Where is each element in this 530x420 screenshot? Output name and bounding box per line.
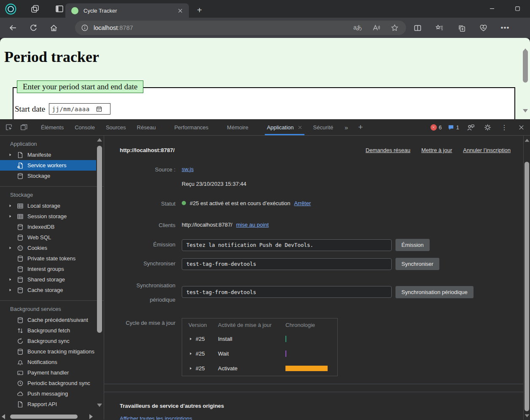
tab-elements[interactable]: Éléments <box>35 119 69 135</box>
main-panel-scrollbar[interactable] <box>523 136 530 420</box>
source-file-link[interactable]: sw.js <box>182 166 194 172</box>
sidebar-scrollbar-thumb[interactable] <box>97 146 102 333</box>
sidebar-scrollbar[interactable] <box>97 136 102 420</box>
home-button[interactable] <box>46 21 61 35</box>
expand-arrow-icon[interactable] <box>7 214 13 218</box>
see-all-registrations-link[interactable]: Afficher toutes les inscriptions <box>120 415 192 420</box>
url-text[interactable]: localhost:8787 <box>94 24 345 31</box>
sidebar-item-background-fetch[interactable]: Background fetch <box>0 325 96 336</box>
scroll-left-arrow[interactable] <box>2 414 5 419</box>
unregister-link[interactable]: Annuler l’inscription <box>463 147 511 153</box>
add-panel-icon[interactable]: + <box>354 123 367 132</box>
sidebar-item-indexeddb[interactable]: IndexedDB <box>0 222 96 232</box>
sidebar-item-private-state-tokens[interactable]: Private state tokens <box>0 253 96 264</box>
tab-sources[interactable]: Sources <box>100 119 132 135</box>
sidebar-item-manifest[interactable]: Manifeste <box>0 150 96 160</box>
table-row[interactable]: #25 Activate <box>182 361 337 376</box>
push-button[interactable]: Émission <box>395 239 430 251</box>
split-screen-icon[interactable] <box>412 22 423 33</box>
expand-arrow-icon[interactable] <box>7 278 13 281</box>
table-row[interactable]: #25 Install <box>182 332 337 346</box>
inspect-element-icon[interactable] <box>3 121 15 133</box>
sidebar-item-shared-storage[interactable]: Shared storage <box>0 274 96 285</box>
tab-security[interactable]: Sécurité <box>308 119 339 135</box>
vertical-tabs-icon[interactable] <box>52 2 67 16</box>
sidebar-item-background-sync[interactable]: Background sync <box>0 336 96 346</box>
read-aloud-icon[interactable] <box>370 22 382 34</box>
new-tab-button[interactable]: + <box>193 4 206 16</box>
device-toolbar-icon[interactable] <box>18 121 30 133</box>
tab-application-close-icon[interactable] <box>298 125 302 130</box>
settings-menu-icon[interactable]: ••• <box>500 22 511 33</box>
main-scrollbar-thumb[interactable] <box>525 162 529 411</box>
scroll-down-arrow[interactable] <box>523 112 528 116</box>
more-tabs-icon[interactable]: » <box>339 124 354 131</box>
expand-arrow-icon[interactable] <box>188 352 193 356</box>
browser-essentials-icon[interactable] <box>478 22 489 33</box>
maximize-button[interactable] <box>505 0 530 17</box>
page-scrollbar-thumb[interactable] <box>523 50 528 83</box>
focus-link[interactable]: mise au point <box>236 222 269 228</box>
expand-arrow-icon[interactable] <box>7 204 13 208</box>
refresh-button[interactable] <box>26 21 40 35</box>
site-info-icon[interactable] <box>79 22 90 33</box>
expand-arrow-icon[interactable] <box>188 366 193 370</box>
stop-link[interactable]: Arrêter <box>294 200 311 206</box>
sidebar-item-local-storage[interactable]: Local storage <box>0 201 96 211</box>
close-devtools-button[interactable] <box>516 122 527 133</box>
sidebar-item-reporting-api[interactable]: Rapport API <box>0 399 96 409</box>
sidebar-item-web-sql[interactable]: Web SQL <box>0 232 96 243</box>
sidebar-item-cookies[interactable]: Cookies <box>0 243 96 253</box>
error-badge[interactable]: 6 <box>430 124 442 131</box>
browser-tab[interactable]: Cycle Tracker <box>65 3 189 18</box>
sidebar-horizontal-scrollbar[interactable] <box>0 414 104 420</box>
collections-icon[interactable] <box>456 22 467 33</box>
periodic-sync-button[interactable]: Synchronisation périodique <box>395 286 474 298</box>
sidebar-item-back-forward-cache[interactable]: Cache précédent/suivant <box>0 315 96 325</box>
favorite-star-icon[interactable] <box>388 22 401 34</box>
expand-arrow-icon[interactable] <box>188 337 193 341</box>
tab-console[interactable]: Console <box>69 119 100 135</box>
sidebar-item-cache-storage[interactable]: Cache storage <box>0 285 96 295</box>
address-bar[interactable]: localhost:8787 aあ <box>75 21 406 35</box>
tab-close-icon[interactable] <box>175 6 185 15</box>
sidebar-item-storage[interactable]: Stockage <box>0 171 96 181</box>
start-date-input[interactable] <box>49 103 110 115</box>
scroll-right-arrow[interactable] <box>89 414 93 419</box>
periodic-sync-tag-input[interactable] <box>182 286 392 298</box>
devtools-menu-icon[interactable]: ⋮ <box>499 122 510 133</box>
page-scrollbar[interactable] <box>522 40 529 117</box>
calendar-icon[interactable] <box>96 106 102 112</box>
sidebar-item-payment-handler[interactable]: Payment handler <box>0 367 96 378</box>
scroll-up-arrow[interactable] <box>525 139 530 142</box>
table-row[interactable]: #25 Wait <box>182 346 337 361</box>
tab-application[interactable]: Application <box>261 119 308 135</box>
sidebar-item-bounce-tracking[interactable]: Bounce tracking mitigations <box>0 346 96 357</box>
favorites-icon[interactable] <box>434 22 445 33</box>
back-button[interactable] <box>6 21 20 35</box>
app-logo-icon[interactable] <box>3 2 18 16</box>
sync-tag-input[interactable] <box>182 258 392 270</box>
scroll-down-arrow[interactable] <box>525 414 530 417</box>
sidebar-item-session-storage[interactable]: Session storage <box>0 211 96 222</box>
date-value[interactable] <box>49 106 95 112</box>
sidebar-item-service-workers[interactable]: Service workers <box>0 160 96 171</box>
network-requests-link[interactable]: Demandes réseau <box>366 147 410 153</box>
translate-icon[interactable]: aあ <box>351 22 364 34</box>
scroll-down-arrow[interactable] <box>97 404 102 407</box>
horizontal-scrollbar-thumb[interactable] <box>10 415 78 419</box>
tab-performance[interactable]: Performances <box>169 119 214 135</box>
expand-arrow-icon[interactable] <box>7 246 13 250</box>
push-message-input[interactable] <box>182 239 392 251</box>
feedback-icon[interactable] <box>465 122 476 133</box>
sidebar-item-notifications[interactable]: Notifications <box>0 357 96 367</box>
expand-arrow-icon[interactable] <box>7 288 13 292</box>
sidebar-item-periodic-background-sync[interactable]: Periodic background sync <box>0 378 96 388</box>
issues-badge[interactable]: 1 <box>448 124 459 131</box>
workspaces-icon[interactable] <box>28 2 42 16</box>
devtools-settings-icon[interactable] <box>482 122 493 133</box>
scroll-up-arrow[interactable] <box>523 41 528 45</box>
sync-button[interactable]: Synchroniser <box>395 258 439 270</box>
scroll-up-arrow[interactable] <box>97 138 102 142</box>
sidebar-item-push-messaging[interactable]: Push messaging <box>0 388 96 399</box>
